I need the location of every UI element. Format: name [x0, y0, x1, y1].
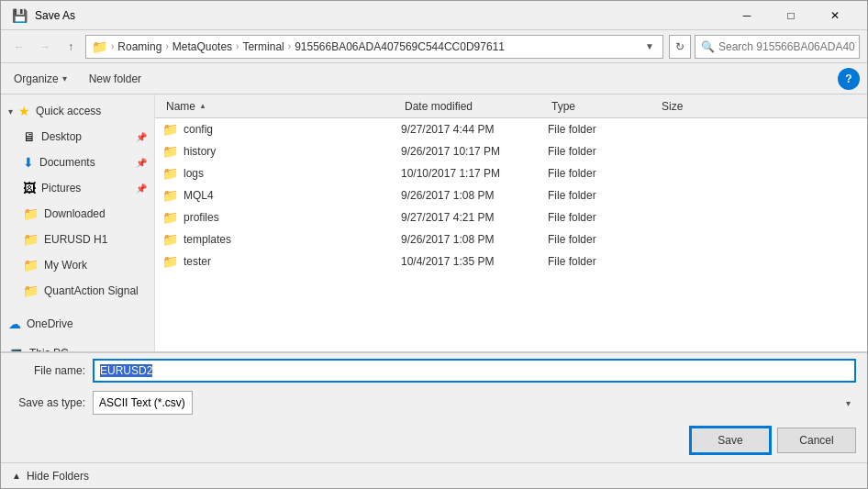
breadcrumb-icon: 📁	[92, 39, 107, 54]
table-row[interactable]: 📁 templates 9/26/2017 1:08 PM File folde…	[155, 228, 867, 250]
quick-access-arrow-icon: ▾	[8, 106, 13, 117]
forward-button[interactable]: →	[34, 36, 56, 58]
eurusd-folder-icon: 📁	[23, 232, 39, 247]
eurusd-label: EURUSD H1	[44, 233, 107, 246]
table-row[interactable]: 📁 tester 10/4/2017 1:35 PM File folder	[155, 250, 867, 272]
quantaction-folder-icon: 📁	[23, 283, 39, 298]
close-button[interactable]: ✕	[814, 5, 856, 27]
back-button[interactable]: ←	[8, 36, 30, 58]
breadcrumb-metaquotes: MetaQuotes	[172, 40, 232, 53]
new-folder-button[interactable]: New folder	[83, 71, 147, 87]
up-button[interactable]: ↑	[60, 36, 82, 58]
file-date: 9/27/2017 4:21 PM	[401, 211, 548, 224]
mywork-label: My Work	[44, 259, 87, 272]
file-list: 📁 config 9/27/2017 4:44 PM File folder 📁…	[155, 118, 867, 351]
file-name: profiles	[184, 211, 219, 224]
file-name: templates	[184, 233, 231, 246]
file-type: File folder	[548, 167, 658, 180]
file-date: 9/26/2017 1:08 PM	[401, 233, 548, 246]
table-row[interactable]: 📁 logs 10/10/2017 1:17 PM File folder	[155, 162, 867, 184]
savetype-select[interactable]: ASCII Text (*.csv)	[93, 391, 193, 415]
sidebar: ▾ ★ Quick access 🖥 Desktop 📌 ⬇ Documents…	[1, 94, 155, 351]
savetype-wrapper: ASCII Text (*.csv) ▾	[93, 391, 856, 415]
refresh-icon: ↻	[675, 40, 684, 53]
pin-icon: 📌	[136, 132, 147, 142]
file-type: File folder	[548, 189, 658, 202]
search-box[interactable]: 🔍	[695, 35, 860, 59]
quantaction-label: QuantAction Signal	[44, 284, 139, 297]
filename-row: File name:	[1, 352, 867, 387]
quick-access-label: Quick access	[36, 105, 101, 117]
file-type: File folder	[548, 233, 658, 246]
help-icon: ?	[845, 72, 851, 85]
file-name: tester	[184, 255, 211, 268]
maximize-button[interactable]: □	[770, 5, 812, 27]
folder-icon: 📁	[162, 210, 178, 225]
type-column-header[interactable]: Type	[548, 94, 658, 117]
organize-button[interactable]: Organize ▾	[8, 71, 72, 87]
desktop-icon: 🖥	[23, 129, 36, 144]
hide-folders-button[interactable]: ▲ Hide Folders	[12, 470, 89, 483]
downloaded-folder-icon: 📁	[23, 206, 39, 221]
folder-icon: 📁	[162, 122, 178, 137]
name-column-header[interactable]: Name ▲	[162, 94, 401, 117]
file-date: 9/27/2017 4:44 PM	[401, 123, 548, 136]
sidebar-item-documents[interactable]: ⬇ Documents 📌	[1, 150, 154, 175]
sidebar-item-eurusd[interactable]: 📁 EURUSD H1	[1, 227, 154, 252]
help-button[interactable]: ?	[838, 68, 860, 90]
pin-icon-3: 📌	[136, 183, 147, 194]
sidebar-item-onedrive[interactable]: ☁ OneDrive	[1, 311, 154, 337]
date-column-header[interactable]: Date modified	[401, 94, 548, 117]
organize-label: Organize	[14, 72, 59, 85]
filename-input[interactable]	[93, 359, 856, 383]
onedrive-icon: ☁	[8, 317, 21, 331]
cancel-button[interactable]: Cancel	[777, 428, 856, 453]
pictures-icon: 🖼	[23, 181, 36, 195]
breadcrumb[interactable]: 📁 › Roaming › MetaQuotes › Terminal › 91…	[85, 35, 663, 59]
mywork-folder-icon: 📁	[23, 258, 39, 272]
hide-folders-bar: ▲ Hide Folders	[1, 462, 867, 488]
file-date: 10/10/2017 1:17 PM	[401, 167, 548, 180]
file-type: File folder	[548, 211, 658, 224]
folder-icon: 📁	[162, 254, 178, 269]
file-type: File folder	[548, 145, 658, 158]
sidebar-item-pictures[interactable]: 🖼 Pictures 📌	[1, 175, 154, 201]
file-name: config	[184, 123, 213, 136]
file-date: 9/26/2017 10:17 PM	[401, 145, 548, 158]
sidebar-item-downloaded[interactable]: 📁 Downloaded	[1, 201, 154, 227]
documents-icon: ⬇	[23, 155, 34, 170]
action-row: Save Cancel	[1, 422, 867, 462]
file-type: File folder	[548, 123, 658, 136]
save-button[interactable]: Save	[691, 428, 770, 453]
sidebar-item-mywork[interactable]: 📁 My Work	[1, 252, 154, 278]
table-row[interactable]: 📁 history 9/26/2017 10:17 PM File folder	[155, 140, 867, 162]
cancel-label: Cancel	[799, 434, 833, 447]
table-row[interactable]: 📁 profiles 9/27/2017 4:21 PM File folder	[155, 206, 867, 228]
file-name: MQL4	[184, 189, 214, 202]
size-column-header[interactable]: Size	[658, 94, 860, 117]
table-row[interactable]: 📁 MQL4 9/26/2017 1:08 PM File folder	[155, 184, 867, 206]
minimize-button[interactable]: ─	[726, 5, 768, 27]
sort-arrow-icon: ▲	[199, 102, 206, 110]
breadcrumb-guid: 915566BA06ADA407569C544CC0D97611	[295, 40, 505, 53]
hide-folders-arrow-icon: ▲	[12, 471, 21, 481]
sidebar-item-quantaction[interactable]: 📁 QuantAction Signal	[1, 278, 154, 304]
refresh-button[interactable]: ↻	[669, 35, 691, 59]
sidebar-item-desktop[interactable]: 🖥 Desktop 📌	[1, 124, 154, 150]
search-input[interactable]	[718, 40, 856, 53]
breadcrumb-dropdown-button[interactable]: ▼	[642, 35, 657, 59]
sidebar-item-thispc[interactable]: 💻 This PC	[1, 340, 154, 351]
folder-icon: 📁	[162, 144, 178, 159]
downloaded-label: Downloaded	[44, 207, 106, 220]
filetype-row: Save as type: ASCII Text (*.csv) ▾	[1, 387, 867, 422]
documents-label: Documents	[39, 156, 95, 169]
column-headers: Name ▲ Date modified Type Size	[155, 94, 867, 118]
table-row[interactable]: 📁 config 9/27/2017 4:44 PM File folder	[155, 118, 867, 140]
dialog-title: Save As	[35, 9, 75, 22]
breadcrumb-terminal: Terminal	[242, 40, 284, 53]
desktop-label: Desktop	[41, 130, 82, 143]
quick-access-header[interactable]: ▾ ★ Quick access	[1, 98, 154, 124]
file-date: 9/26/2017 1:08 PM	[401, 189, 548, 202]
file-date: 10/4/2017 1:35 PM	[401, 255, 548, 268]
star-icon: ★	[18, 104, 30, 118]
